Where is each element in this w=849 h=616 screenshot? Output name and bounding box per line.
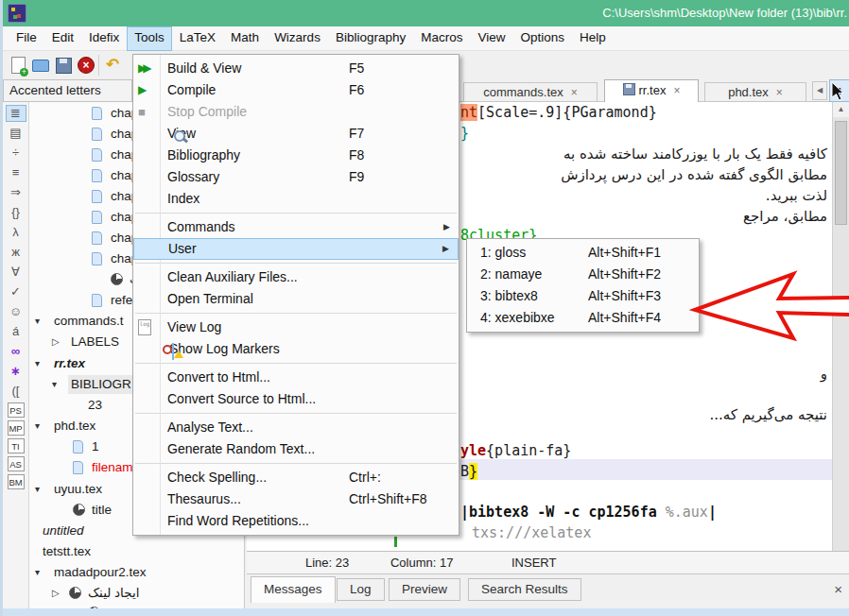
expander-collapsed-icon[interactable]: ▷ xyxy=(52,333,60,351)
section-icon xyxy=(73,504,85,516)
misc-symbols-icon[interactable]: ∞ xyxy=(6,343,26,360)
expander-expanded-icon[interactable]: ▾ xyxy=(35,312,40,331)
menu-item-compile[interactable]: ▶CompileF6 xyxy=(133,79,459,101)
menu-item-build-view[interactable]: ▶▶Build & ViewF5 xyxy=(133,58,459,79)
tikz-icon[interactable]: TI xyxy=(8,438,25,453)
close-file-icon[interactable]: × xyxy=(77,56,95,75)
menu-item-clean-auxiliary-files[interactable]: Clean Auxiliary Files... xyxy=(133,266,459,288)
title-bar[interactable]: C:\Users\shm\Desktop\New folder (13)\bib… xyxy=(3,0,849,26)
tree-item-madadpour2-tex[interactable]: ▾madadpour2.tex xyxy=(29,563,245,582)
menu-item-open-terminal[interactable]: Open Terminal xyxy=(133,288,459,310)
new-file-icon[interactable]: + xyxy=(9,56,27,75)
menubar-item-options[interactable]: Options xyxy=(512,26,572,49)
logic-icon[interactable]: ∀ xyxy=(6,264,26,281)
menu-item-bibliography[interactable]: BibliographyF8 xyxy=(133,145,459,166)
menu-item-convert-to-html[interactable]: Convert to Html... xyxy=(133,367,459,388)
menubar-item-latex[interactable]: LaTeX xyxy=(172,26,223,49)
tree-item-label: commands.t xyxy=(54,312,124,331)
scrollbar-thumb[interactable] xyxy=(835,121,847,225)
bottom-panel: × MessagesLogPreviewSearch Results xyxy=(247,573,849,609)
menu-item-label: Open Terminal xyxy=(167,291,253,306)
expander-expanded-icon[interactable]: ▾ xyxy=(35,563,40,582)
tab-scroll-left-icon[interactable]: ◀ xyxy=(812,81,827,100)
arrows-icon[interactable]: ⇒ xyxy=(6,184,26,201)
open-file-icon[interactable] xyxy=(31,56,50,75)
user-command-2-namaye[interactable]: 2: namayeAlt+Shift+F2 xyxy=(467,264,699,285)
accented-letters-icon[interactable]: á xyxy=(6,323,26,340)
status-line: Line: 23 xyxy=(305,556,349,570)
menu-item-check-spelling[interactable]: Check Spelling...Ctrl+: xyxy=(133,467,459,488)
menubar-item-view[interactable]: View xyxy=(470,26,512,49)
metapost-icon[interactable]: MP xyxy=(8,420,25,436)
bottom-tab-search-results[interactable]: Search Results xyxy=(468,578,581,601)
expander-expanded-icon[interactable]: ▾ xyxy=(35,417,40,436)
tab-phd-tex[interactable]: phd.tex× xyxy=(704,82,806,102)
expander-expanded-icon[interactable]: ▾ xyxy=(35,480,40,499)
math-operators-icon[interactable]: ÷ xyxy=(6,145,26,162)
save-file-icon[interactable] xyxy=(54,56,73,75)
menubar-item-macros[interactable]: Macros xyxy=(413,26,470,49)
structure-icon[interactable]: ≣ xyxy=(6,105,26,122)
user-command-4-xexebibxe[interactable]: 4: xexebibxeAlt+Shift+F4 xyxy=(467,307,699,329)
tab-close-icon[interactable]: × xyxy=(571,86,578,99)
user-command-shortcut: Alt+Shift+F2 xyxy=(588,264,661,285)
greek-letters-icon[interactable]: λ xyxy=(6,224,26,241)
user-command-3-bibtex8[interactable]: 3: bibtex8Alt+Shift+F3 xyxy=(467,285,699,307)
menubar-item-help[interactable]: Help xyxy=(572,26,614,49)
menubar-item-bibliography[interactable]: Bibliography xyxy=(328,26,413,49)
menu-item-convert-source-to-html[interactable]: Convert Source to Html... xyxy=(133,388,459,410)
menu-item-show-log-markers[interactable]: Show Log Markers xyxy=(133,338,459,360)
bottom-tab-preview[interactable]: Preview xyxy=(389,578,460,601)
tree-item-label: BIBLIOGR xyxy=(68,375,134,394)
tab-close-icon[interactable]: × xyxy=(776,86,783,99)
tab-rr-tex[interactable]: rr.tex× xyxy=(604,79,699,102)
symbol-panel-selector[interactable]: Accented letters xyxy=(3,79,132,102)
menubar-item-tools[interactable]: Tools xyxy=(127,26,172,51)
tab-commands-tex[interactable]: commands.tex× xyxy=(463,82,598,102)
pstricks-icon[interactable]: PS xyxy=(8,402,25,418)
tree-item-ایجاد-لینک[interactable]: ▷ایجاد لینک xyxy=(29,584,245,603)
expander-expanded-icon[interactable]: ▾ xyxy=(52,375,57,394)
menubar-item-math[interactable]: Math xyxy=(223,26,267,49)
menu-item-thesaurus[interactable]: Thesaurus...Ctrl+Shift+F8 xyxy=(133,488,459,510)
menu-item-commands[interactable]: Commands▶ xyxy=(133,216,459,238)
favorites-icon[interactable]: ∗ xyxy=(6,363,26,380)
menu-item-user[interactable]: User▶ xyxy=(133,238,459,260)
tree-item-label: tetstt.tex xyxy=(43,542,91,561)
menu-item-label: Show Log Markers xyxy=(169,341,280,356)
expander-collapsed-icon[interactable]: ▷ xyxy=(52,584,60,603)
misc-math-icon[interactable]: ✓ xyxy=(6,283,26,300)
menubar-item-file[interactable]: File xyxy=(9,26,44,49)
scroll-up-icon[interactable]: ▲ xyxy=(833,102,849,117)
bookmarks-icon[interactable]: ▤ xyxy=(6,125,26,142)
bottom-tab-log[interactable]: Log xyxy=(337,578,385,601)
delimiters-icon[interactable]: {} xyxy=(6,204,26,221)
bottom-tab-messages[interactable]: Messages xyxy=(251,576,336,603)
menu-item-view-log[interactable]: logView Log xyxy=(133,317,459,338)
expander-expanded-icon[interactable]: ▾ xyxy=(35,354,40,373)
user-command-1-gloss[interactable]: 1: glossAlt+Shift+F1 xyxy=(467,242,699,264)
menu-item-index[interactable]: Index xyxy=(133,188,459,210)
brackets-icon[interactable]: ([ xyxy=(6,383,26,400)
menu-separator xyxy=(135,413,457,414)
undo-icon[interactable]: ↶ xyxy=(103,56,122,75)
beamer-icon[interactable]: BM xyxy=(8,474,25,489)
code-line: نتیجه می‌گیریم که... xyxy=(709,404,827,425)
menu-item-find-word-repetitions[interactable]: Find Word Repetitions... xyxy=(133,510,459,532)
menu-item-view[interactable]: ViewF7 xyxy=(133,123,459,145)
menubar-item-idefix[interactable]: Idefix xyxy=(81,26,127,49)
asymptote-icon[interactable]: AS xyxy=(8,456,25,471)
tab-close-icon[interactable]: × xyxy=(673,84,680,97)
menu-item-glossary[interactable]: GlossaryF9 xyxy=(133,166,459,188)
user-command-label: 1: gloss xyxy=(480,245,526,260)
tree-item-tetstt-tex[interactable]: tetstt.tex xyxy=(29,542,245,561)
equalities-icon[interactable]: ≡ xyxy=(6,164,26,181)
menu-item-analyse-text[interactable]: Analyse Text... xyxy=(133,417,459,438)
menu-item-generate-random-text[interactable]: Generate Random Text... xyxy=(133,438,459,460)
cyrillic-icon[interactable]: ж xyxy=(6,244,26,261)
tree-item-label: phd.tex xyxy=(54,417,95,436)
misc-text-icon[interactable]: ☺ xyxy=(6,303,26,320)
menubar-item-edit[interactable]: Edit xyxy=(44,26,81,49)
menubar-item-wizards[interactable]: Wizards xyxy=(267,26,328,49)
panel-close-icon[interactable]: × xyxy=(834,580,842,599)
